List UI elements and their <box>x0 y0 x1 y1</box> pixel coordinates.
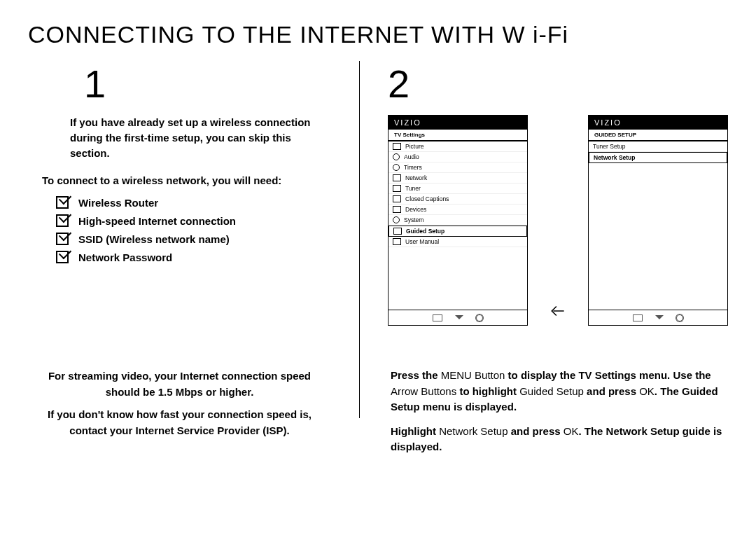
menu-item-icon <box>393 143 401 150</box>
menu-item-label: System <box>404 216 424 223</box>
menu-item-icon <box>393 238 401 245</box>
checklist-label: High-speed Internet connection <box>78 215 236 227</box>
menu-item-label: Guided Setup <box>406 228 444 235</box>
tv-footer-bar <box>589 310 727 325</box>
checklist-item: Network Password <box>56 251 331 263</box>
step-2-column: 2 VIZIO TV Settings PictureAudioTimersNe… <box>388 61 728 464</box>
menu-item: System <box>388 215 527 226</box>
checklist-label: Wireless Router <box>78 197 158 209</box>
menu-item-label: Devices <box>405 206 426 213</box>
t: Arrow Buttons <box>391 385 456 397</box>
checklist-label: Network Password <box>78 251 172 263</box>
chevron-down-icon <box>655 315 664 324</box>
menu-item-label: Timers <box>404 164 422 171</box>
tv-brand: VIZIO <box>589 116 727 130</box>
menu-item: Network Setup <box>589 152 727 163</box>
menu-item-icon <box>393 174 401 181</box>
menu-item: Guided Setup <box>388 226 527 237</box>
t: MENU Button <box>441 369 505 381</box>
wide-icon <box>633 314 643 321</box>
menu-item-label: Closed Captions <box>405 195 449 202</box>
menu-item-label: Tuner <box>405 185 421 192</box>
guided-setup-screen: VIZIO GUIDED SETUP Tuner SetupNetwork Se… <box>588 115 728 326</box>
t: OK <box>639 385 654 397</box>
menu-item-icon <box>393 185 401 192</box>
requirements-intro: To connect to a wireless network, you wi… <box>42 174 331 186</box>
menu-item-icon <box>393 228 402 235</box>
menu-item-icon <box>393 195 401 202</box>
checklist-item: High-speed Internet connection <box>56 214 331 227</box>
menu-item: Tuner <box>388 184 527 194</box>
checkbox-checked-icon <box>56 251 69 263</box>
step-1-column: 1 If you have already set up a wireless … <box>28 61 331 464</box>
checklist-item: SSID (Wireless network name) <box>56 233 331 245</box>
instruction-line-1: Press the MENU Button to display the TV … <box>391 368 725 415</box>
t: Highlight <box>391 425 439 437</box>
steps-row: 1 If you have already set up a wireless … <box>28 61 728 464</box>
gear-icon <box>476 314 483 321</box>
menu-item-icon <box>393 153 400 160</box>
t: and press <box>584 385 639 397</box>
t: to display the TV Settings menu. Use the <box>505 369 710 381</box>
t: OK <box>564 425 579 437</box>
column-divider <box>359 61 360 418</box>
menu-item: Closed Captions <box>388 194 527 205</box>
menu-heading: GUIDED SETUP <box>589 130 727 141</box>
t: Guided Setup <box>519 385 584 397</box>
checklist-label: SSID (Wireless network name) <box>78 233 230 245</box>
tv-footer-bar <box>388 310 527 325</box>
step-1-footer: For streaming video, your Internet conne… <box>28 368 331 438</box>
menu-item: Tuner Setup <box>589 141 727 152</box>
t: and press <box>508 425 564 437</box>
checkbox-checked-icon <box>56 233 69 245</box>
menu-item-label: Tuner Setup <box>593 143 625 150</box>
menu-item: Audio <box>388 152 527 162</box>
menu-item-label: Network <box>405 174 427 181</box>
menu-heading: TV Settings <box>388 130 527 141</box>
tv-brand: VIZIO <box>388 116 527 130</box>
tv-screens-row: VIZIO TV Settings PictureAudioTimersNetw… <box>388 115 728 326</box>
speed-note: For streaming video, your Internet conne… <box>35 368 324 400</box>
t: Network Setup <box>439 425 507 437</box>
menu-item-icon <box>393 164 400 171</box>
menu-item-label: Audio <box>404 153 419 160</box>
menu-item: User Manual <box>388 237 527 247</box>
gear-icon <box>676 314 683 321</box>
menu-item: Timers <box>388 162 527 173</box>
guided-setup-items: Tuner SetupNetwork Setup <box>589 141 727 310</box>
instruction-line-2: Highlight Network Setup and press OK. Th… <box>391 424 725 455</box>
step-1-number: 1 <box>84 61 331 106</box>
requirements-list: Wireless Router High-speed Internet conn… <box>56 196 331 263</box>
menu-item: Devices <box>388 205 527 215</box>
step-2-number: 2 <box>388 61 728 106</box>
wide-icon <box>433 314 442 321</box>
checkbox-checked-icon <box>56 214 69 227</box>
checklist-item: Wireless Router <box>56 196 331 209</box>
menu-item-icon <box>393 216 400 223</box>
t: to highlight <box>456 385 519 397</box>
checkbox-checked-icon <box>56 196 69 209</box>
tv-settings-items: PictureAudioTimersNetworkTunerClosed Cap… <box>388 141 527 310</box>
tv-settings-screen: VIZIO TV Settings PictureAudioTimersNetw… <box>388 115 528 326</box>
isp-note: If you don't know how fast your connecti… <box>35 407 324 438</box>
skip-section-note: If you have already set up a wireless co… <box>70 115 317 160</box>
menu-item-icon <box>393 206 401 213</box>
menu-item-label: Network Setup <box>594 154 636 161</box>
arrow-left-icon <box>549 302 567 320</box>
menu-item: Network <box>388 173 527 184</box>
t: Press the <box>391 369 441 381</box>
menu-item: Picture <box>388 141 527 152</box>
menu-item-label: User Manual <box>405 238 439 245</box>
menu-item-label: Picture <box>405 143 424 150</box>
chevron-down-icon <box>455 315 463 324</box>
page-title: CONNECTING TO THE INTERNET WITH W i-Fi <box>28 21 728 48</box>
step-2-instructions: Press the MENU Button to display the TV … <box>388 368 728 455</box>
